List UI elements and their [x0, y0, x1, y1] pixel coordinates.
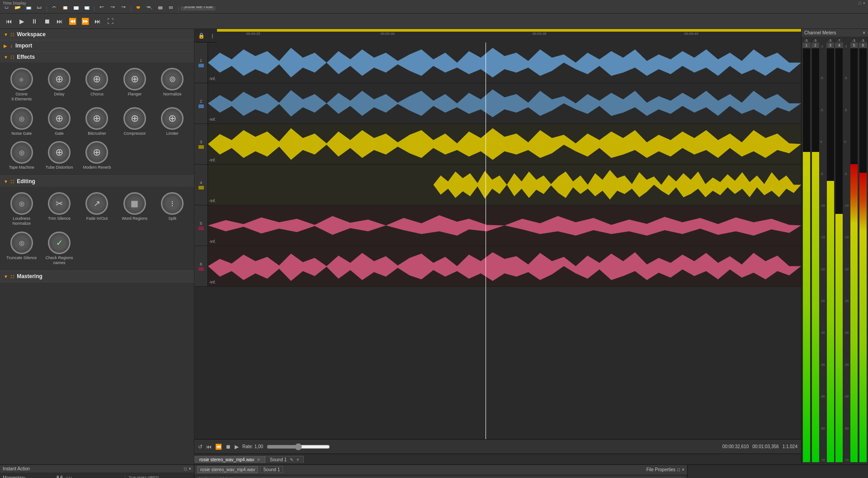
file-tab-btn[interactable]: rosie stereo_wav_mp4.wav	[197, 466, 258, 473]
flanger-label: Flanger	[128, 92, 142, 97]
tab-sound-x-icon[interactable]: ×	[297, 457, 299, 462]
track-1-header: 1	[194, 43, 208, 83]
track-5-mute[interactable]	[198, 227, 204, 230]
pause-icon[interactable]: ⏸	[29, 16, 40, 27]
effect-limiter[interactable]: ⊕ Limiter	[155, 105, 190, 138]
track-2-mute[interactable]	[198, 104, 204, 108]
check-regions-names-icon: ✓	[48, 232, 71, 254]
ozone-icon: ◎	[10, 68, 33, 90]
file-props-close-icon[interactable]: ×	[682, 467, 684, 472]
tool-check-regions-names[interactable]: ✓ Check Regions names	[41, 230, 77, 267]
cursor-icon[interactable]: |	[208, 33, 217, 38]
tab-sound[interactable]: Sound 1 ✎ ×	[265, 456, 304, 463]
track-1-content[interactable]: -Inf.	[208, 43, 801, 83]
track-6-mute[interactable]	[198, 267, 204, 271]
tool-trim-silence[interactable]: ✂ Trim Silence	[41, 190, 77, 228]
effect-tube-distortion[interactable]: ⊕ Tube Distortion	[41, 139, 77, 172]
fullscreen-icon[interactable]: ⛶	[105, 16, 116, 27]
track-6-content[interactable]: -Inf.	[208, 246, 801, 286]
effect-gate[interactable]: ⊕ Gate	[41, 105, 77, 138]
meter-channel-3: -3. 3	[826, 38, 835, 463]
meters-area: -3. 1 -3. 2 -3 -9 -5 0 -5 -1	[802, 37, 868, 464]
tool-fade-in-out[interactable]: ↗ Fade In/Out	[79, 190, 115, 228]
tool-truncate-silence[interactable]: ◎ Truncate Silence	[4, 230, 39, 267]
instant-action-content: Momentary 8.6 LU Short 10.8 LU Integrate…	[0, 473, 194, 478]
flanger-icon: ⊕	[123, 68, 146, 90]
trim-silence-icon: ✂	[48, 192, 71, 215]
track-4-mute[interactable]	[198, 186, 204, 189]
ch3-bar	[827, 181, 834, 462]
meter-channel-4: -7. 4	[835, 38, 843, 463]
play-small-icon[interactable]: ▶	[235, 444, 239, 450]
rate-slider[interactable]	[267, 443, 330, 450]
truncate-silence-icon: ◎	[10, 232, 33, 254]
chorus-label: Chorus	[90, 92, 104, 97]
track-3-content[interactable]: -Inf.	[208, 124, 801, 164]
tab-file[interactable]: rosie stereo_wav_mp4.wav ×	[194, 456, 265, 463]
file-props-settings-icon[interactable]: □	[677, 467, 680, 472]
go-to-start-icon[interactable]: ⏮	[4, 16, 14, 27]
tool-word-regions[interactable]: ▦ Word Regions	[117, 190, 152, 228]
workspace-section-header[interactable]: ▼ □ Workspace	[0, 29, 194, 40]
effect-delay[interactable]: ⊕ Delay	[41, 66, 77, 104]
loop-icon[interactable]: ↺	[198, 444, 203, 450]
track-2-waveform	[208, 87, 801, 120]
lock-button[interactable]: 🔒	[194, 33, 208, 39]
effect-chorus[interactable]: ⊕ Chorus	[79, 66, 115, 104]
effect-compressor[interactable]: ⊕ Compressor	[117, 105, 152, 138]
instant-action-close-icon[interactable]: ×	[189, 466, 191, 471]
track-row: 4 -Inf.	[194, 165, 801, 205]
effects-section: ▼ □ Effects ◎ Ozone9 Elements ⊕ Delay ⊕	[0, 52, 194, 176]
effects-grid: ◎ Ozone9 Elements ⊕ Delay ⊕ Chorus ⊕ Fla…	[0, 62, 194, 175]
track-2-content[interactable]: -Inf.	[208, 83, 801, 123]
back-icon[interactable]: ⏮	[206, 444, 212, 450]
prev-icon[interactable]: ⏪	[215, 444, 222, 450]
effect-ozone[interactable]: ◎ Ozone9 Elements	[4, 66, 39, 104]
channel-meters-header: Channel Meters ×	[802, 29, 868, 37]
effects-section-header[interactable]: ▼ □ Effects	[0, 52, 194, 62]
time-display-controls: □ ×	[859, 1, 865, 5]
effect-modern-reverb[interactable]: ⊕ Modern Reverb	[79, 139, 115, 172]
effect-tape-machine[interactable]: ◎ Tape Machine	[4, 139, 39, 172]
instant-action-settings-icon[interactable]: □	[184, 466, 187, 471]
track-1-mute[interactable]	[198, 64, 204, 67]
stop-icon[interactable]: ⏹	[42, 16, 52, 27]
effect-bitcrusher[interactable]: ⊕ Bitcrusher	[79, 105, 115, 138]
file-props-content: Attribute Value	[194, 474, 687, 478]
rewind-icon[interactable]: ⏪	[67, 16, 78, 27]
file-props-value-header: Value	[219, 476, 685, 478]
editing-section: ▼ □ Editing ◎ Loudness Normalize ✂ Trim …	[0, 176, 194, 271]
track-5-content[interactable]: -Inf.	[208, 205, 801, 246]
tool-loudness-normalize[interactable]: ◎ Loudness Normalize	[4, 190, 39, 228]
track-4-content[interactable]: -Inf.	[208, 165, 801, 205]
effect-noise-gate[interactable]: ◎ Noise Gate	[4, 105, 39, 138]
trim-silence-label: Trim Silence	[48, 216, 71, 221]
ia-momentary-label: Momentary	[3, 475, 43, 478]
stop-small-icon[interactable]: ⏹	[226, 444, 231, 450]
time-display-settings-icon[interactable]: □	[859, 1, 861, 5]
tool-split[interactable]: ⫶ Split	[155, 190, 190, 228]
track-1-label: -Inf.	[209, 76, 216, 81]
editing-title: Editing	[17, 178, 35, 185]
fast-forward-icon[interactable]: ⏩	[80, 16, 90, 27]
main-layout: ▼ □ Workspace ▶ ↓ Import ▼ □ Effects	[0, 29, 868, 464]
editing-section-header[interactable]: ▼ □ Editing	[0, 176, 194, 187]
go-to-end-icon[interactable]: ⏭	[54, 16, 65, 27]
play-icon[interactable]: ▶	[16, 16, 27, 27]
split-label: Split	[169, 216, 177, 221]
channel-meters-title: Channel Meters	[804, 30, 836, 35]
effect-normalize[interactable]: ⊚ Normalize	[155, 66, 190, 104]
tab-sound-close-icon[interactable]: ✎	[290, 457, 293, 462]
tab-file-close-icon[interactable]: ×	[257, 457, 260, 462]
ia-true-peaks: True peaks (dBFS) -3.9 -9 27 27 -3.9 -9 …	[125, 475, 177, 478]
transport-bar: ⏮ ▶ ⏸ ⏹ ⏭ ⏪ ⏩ ⏭ ⛶	[0, 14, 868, 29]
time-display-close-icon[interactable]: ×	[863, 1, 865, 5]
effect-flanger[interactable]: ⊕ Flanger	[117, 66, 152, 104]
loop-end-icon[interactable]: ⏭	[92, 16, 103, 27]
sound-tab-btn[interactable]: Sound 1	[260, 466, 283, 473]
track-3-mute[interactable]	[198, 145, 204, 149]
track-row: 5 -Inf.	[194, 205, 801, 246]
mastering-section-header[interactable]: ▼ □ Mastering	[0, 271, 194, 282]
import-section-header[interactable]: ▶ ↓ Import	[0, 40, 194, 51]
channel-meters-close-icon[interactable]: ×	[863, 30, 865, 35]
